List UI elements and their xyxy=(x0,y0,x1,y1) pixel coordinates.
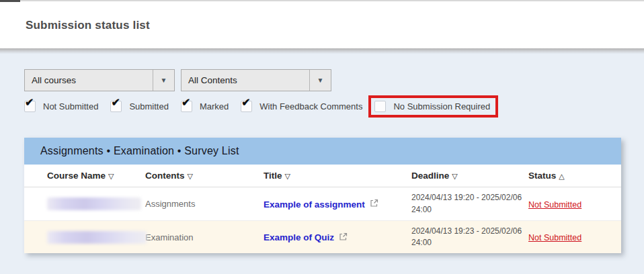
table-header-row: Course Name▽ Contents▽ Title▽ Deadline▽ … xyxy=(24,165,621,187)
column-header-course-name[interactable]: Course Name▽ xyxy=(24,171,145,181)
chevron-down-icon: ▼ xyxy=(309,70,331,91)
sort-asc-icon: △ xyxy=(559,172,564,180)
sort-desc-icon: ▽ xyxy=(188,172,193,180)
column-header-status[interactable]: Status△ xyxy=(528,171,621,181)
table-title: Assignments • Examination • Survey List xyxy=(24,138,621,165)
course-name-cell xyxy=(24,231,145,244)
course-filter-value: All courses xyxy=(25,75,153,85)
sort-desc-icon: ▽ xyxy=(285,172,290,180)
filter-checkbox-marked[interactable]: ✔ Marked xyxy=(181,101,229,112)
redacted-course-name xyxy=(47,197,141,210)
checkbox-unchecked-icon[interactable]: ✔ xyxy=(374,101,386,112)
table-row: Assignments Example of assignment 2024/0… xyxy=(24,187,621,221)
checkbox-checked-icon[interactable]: ✔ xyxy=(181,101,192,112)
checkbox-label: With Feedback Comments xyxy=(259,101,362,111)
title-cell: Example of Quiz xyxy=(264,231,411,243)
deadline-cell: 2024/04/13 19:23 - 2025/02/06 24:00 xyxy=(411,226,530,249)
checkbox-checked-icon[interactable]: ✔ xyxy=(241,101,252,112)
external-link-icon xyxy=(370,199,378,210)
column-header-deadline[interactable]: Deadline▽ xyxy=(411,171,528,181)
status-cell: Not Submitted xyxy=(528,198,621,210)
contents-filter-select[interactable]: All Contents ▼ xyxy=(181,69,331,91)
column-header-title[interactable]: Title▽ xyxy=(264,171,411,181)
top-border xyxy=(0,0,644,1)
status-not-submitted-link[interactable]: Not Submitted xyxy=(528,233,581,242)
contents-cell: Examination xyxy=(145,232,264,242)
chevron-down-icon: ▼ xyxy=(153,70,174,91)
external-link-icon xyxy=(339,232,348,243)
filter-checkboxes: ✔ Not Submitted ✔ Submitted ✔ Marked ✔ W… xyxy=(24,95,498,118)
checkbox-checked-icon[interactable]: ✔ xyxy=(110,101,122,112)
filter-selects: All courses ▼ All Contents ▼ xyxy=(24,69,331,91)
checkbox-label: Marked xyxy=(200,101,229,111)
checkbox-label: Submitted xyxy=(129,101,169,111)
assignment-title-link[interactable]: Example of assignment xyxy=(264,199,378,210)
main-content: All courses ▼ All Contents ▼ ✔ Not Submi… xyxy=(0,54,644,274)
filter-checkbox-with-feedback-comments[interactable]: ✔ With Feedback Comments xyxy=(241,101,362,112)
checkbox-checked-icon[interactable]: ✔ xyxy=(24,101,36,112)
contents-filter-value: All Contents xyxy=(182,75,309,85)
redacted-course-name xyxy=(47,231,147,244)
deadline-cell: 2024/04/13 19:20 - 2025/02/06 24:00 xyxy=(411,192,530,216)
page-title: Submission status list xyxy=(0,1,644,32)
header-divider xyxy=(0,48,644,54)
title-cell: Example of assignment xyxy=(264,198,411,210)
submission-table: Assignments • Examination • Survey List … xyxy=(24,138,621,253)
column-header-contents[interactable]: Contents▽ xyxy=(145,171,264,181)
sort-desc-icon: ▽ xyxy=(452,172,457,180)
checkbox-label: No Submission Required xyxy=(393,101,490,111)
filter-checkbox-no-submission-required[interactable]: ✔ No Submission Required xyxy=(374,101,490,112)
filter-checkbox-submitted[interactable]: ✔ Submitted xyxy=(110,101,169,112)
contents-cell: Assignments xyxy=(145,199,264,209)
status-not-submitted-link[interactable]: Not Submitted xyxy=(528,200,581,210)
course-filter-select[interactable]: All courses ▼ xyxy=(24,69,175,91)
top-corner-mark xyxy=(0,0,20,2)
checkbox-label: Not Submitted xyxy=(43,101,98,111)
quiz-title-link[interactable]: Example of Quiz xyxy=(264,232,348,243)
filter-checkbox-not-submitted[interactable]: ✔ Not Submitted xyxy=(24,101,98,112)
status-cell: Not Submitted xyxy=(528,231,621,243)
course-name-cell xyxy=(24,197,145,210)
table-row: Examination Example of Quiz 2024/04/13 1… xyxy=(24,221,621,253)
page-header: Submission status list xyxy=(0,1,644,48)
highlight-annotation-box: ✔ No Submission Required xyxy=(368,95,498,118)
sort-desc-icon: ▽ xyxy=(108,172,114,180)
